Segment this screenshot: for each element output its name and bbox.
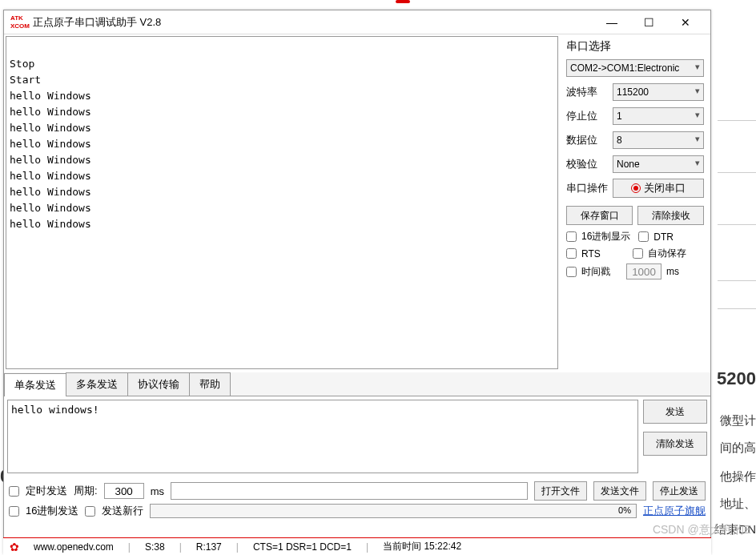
timed-send-checkbox[interactable] — [9, 486, 19, 497]
tab-multi-send[interactable]: 多条发送 — [66, 372, 128, 396]
bg-text: 他操作 — [720, 469, 756, 485]
clear-send-button[interactable]: 清除发送 — [643, 432, 707, 456]
period-ms-label: ms — [151, 485, 164, 497]
rts-label: RTS — [581, 248, 601, 259]
bg-text: 地址、 — [720, 497, 756, 512]
progress-text: 0% — [618, 505, 631, 515]
app-window: ATKXCOM 正点原子串口调试助手 V2.8 — ☐ ✕ Stop Start… — [3, 10, 711, 554]
maximize-button[interactable]: ☐ — [630, 11, 667, 34]
watermark: CSDN @意大利的E — [653, 523, 751, 537]
close-button[interactable]: ✕ — [667, 11, 704, 34]
bg-text: 间的高 — [720, 440, 756, 456]
status-bar: ✿ www.openedv.com| S:38| R:137| CTS=1 DS… — [3, 537, 711, 555]
hex-display-checkbox[interactable] — [566, 231, 577, 242]
hex-display-label: 16进制显示 — [581, 230, 630, 243]
record-icon — [631, 183, 641, 193]
tab-single-send[interactable]: 单条发送 — [4, 373, 66, 396]
dtr-label: DTR — [653, 231, 674, 243]
titlebar: ATKXCOM 正点原子串口调试助手 V2.8 — ☐ ✕ — [4, 10, 710, 34]
bg-text: 5200 — [717, 368, 756, 389]
receive-textarea[interactable]: Stop Start hello Windows hello Windows h… — [6, 36, 558, 369]
stop-send-button[interactable]: 停止发送 — [653, 481, 706, 501]
send-file-button[interactable]: 发送文件 — [593, 481, 646, 501]
shop-link[interactable]: 正点原子旗舰 — [643, 504, 706, 518]
status-sent: S:38 — [145, 541, 165, 553]
send-tabs: 单条发送 多条发送 协议传输 帮助 — [4, 372, 710, 396]
serial-settings-panel: 串口选择 COM2->COM1:Electronic 波特率115200 停止位… — [560, 34, 710, 371]
parity-label: 校验位 — [566, 157, 613, 171]
window-title: 正点原子串口调试助手 V2.8 — [33, 15, 593, 30]
app-logo: ATKXCOM — [10, 14, 30, 30]
rts-checkbox[interactable] — [566, 248, 577, 259]
timestamp-interval-input[interactable] — [626, 263, 662, 280]
autosave-checkbox[interactable] — [633, 248, 643, 259]
period-label: 周期: — [74, 484, 98, 498]
timestamp-label: 时间戳 — [581, 265, 610, 279]
open-file-button[interactable]: 打开文件 — [534, 481, 587, 501]
status-received: R:137 — [196, 541, 222, 553]
autosave-label: 自动保存 — [648, 247, 686, 260]
send-newline-label: 发送新行 — [102, 504, 143, 518]
clear-receive-button[interactable]: 清除接收 — [637, 206, 704, 225]
hex-send-checkbox[interactable] — [9, 506, 19, 517]
bg-text: 微型计 — [720, 413, 756, 428]
gear-icon: ✿ — [10, 541, 19, 553]
send-textarea[interactable]: hello windows! — [7, 400, 638, 473]
send-button[interactable]: 发送 — [643, 400, 707, 424]
stopbit-select[interactable]: 1 — [613, 107, 704, 125]
ms-label: ms — [666, 266, 679, 277]
port-select-label: 串口选择 — [566, 39, 704, 54]
databit-label: 数据位 — [566, 133, 613, 147]
timestamp-checkbox[interactable] — [566, 267, 577, 277]
databit-select[interactable]: 8 — [613, 131, 704, 149]
stopbit-label: 停止位 — [566, 109, 613, 123]
port-op-label: 串口操作 — [566, 181, 613, 195]
file-path-input[interactable] — [171, 482, 528, 500]
save-window-button[interactable]: 保存窗口 — [566, 206, 633, 225]
baud-select[interactable]: 115200 — [613, 83, 704, 101]
tab-protocol[interactable]: 协议传输 — [127, 372, 190, 396]
send-newline-checkbox[interactable] — [85, 506, 95, 517]
close-port-button[interactable]: 关闭串口 — [613, 179, 704, 198]
status-time: 当前时间 15:22:42 — [383, 540, 461, 553]
minimize-button[interactable]: — — [593, 11, 630, 34]
period-input[interactable] — [104, 483, 144, 499]
timed-send-label: 定时发送 — [26, 484, 67, 498]
dtr-checkbox[interactable] — [638, 231, 649, 242]
tab-help[interactable]: 帮助 — [189, 372, 231, 396]
status-url: www.openedv.com — [34, 541, 114, 553]
baud-label: 波特率 — [566, 85, 613, 99]
port-select[interactable]: COM2->COM1:Electronic — [566, 59, 704, 77]
status-signals: CTS=1 DSR=1 DCD=1 — [253, 541, 352, 553]
parity-select[interactable]: None — [613, 155, 704, 173]
hex-send-label: 16进制发送 — [26, 504, 78, 518]
progress-bar: 0% — [150, 504, 637, 518]
